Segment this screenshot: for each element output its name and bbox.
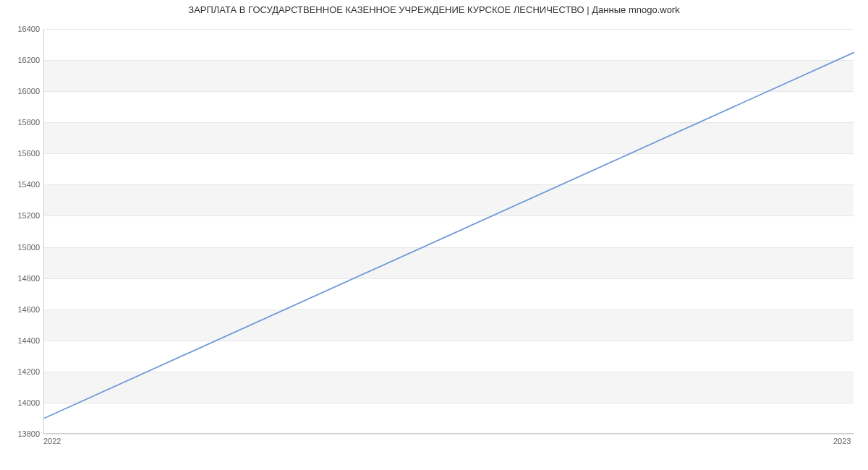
y-tick-label: 16400 (4, 25, 40, 33)
y-tick-label: 15600 (4, 149, 40, 158)
series-line (44, 52, 854, 418)
y-tick-label: 13800 (4, 430, 40, 438)
chart-container: ЗАРПЛАТА В ГОСУДАРСТВЕННОЕ КАЗЕННОЕ УЧРЕ… (0, 0, 868, 470)
x-tick-label: 2022 (43, 437, 61, 445)
line-layer (44, 29, 854, 433)
y-tick-label: 14600 (4, 305, 40, 314)
y-tick-label: 14000 (4, 398, 40, 407)
plot-area (43, 29, 854, 434)
y-tick-label: 14400 (4, 336, 40, 345)
chart-title: ЗАРПЛАТА В ГОСУДАРСТВЕННОЕ КАЗЕННОЕ УЧРЕ… (0, 4, 868, 15)
x-tick-label: 2023 (833, 437, 851, 445)
y-tick-label: 14200 (4, 367, 40, 376)
y-tick-label: 16000 (4, 87, 40, 95)
y-tick-label: 15400 (4, 180, 40, 189)
y-tick-label: 14800 (4, 274, 40, 283)
y-gridline (44, 434, 854, 435)
y-tick-label: 15200 (4, 211, 40, 220)
y-tick-label: 15000 (4, 243, 40, 252)
y-tick-label: 16200 (4, 56, 40, 64)
y-tick-label: 15800 (4, 118, 40, 127)
